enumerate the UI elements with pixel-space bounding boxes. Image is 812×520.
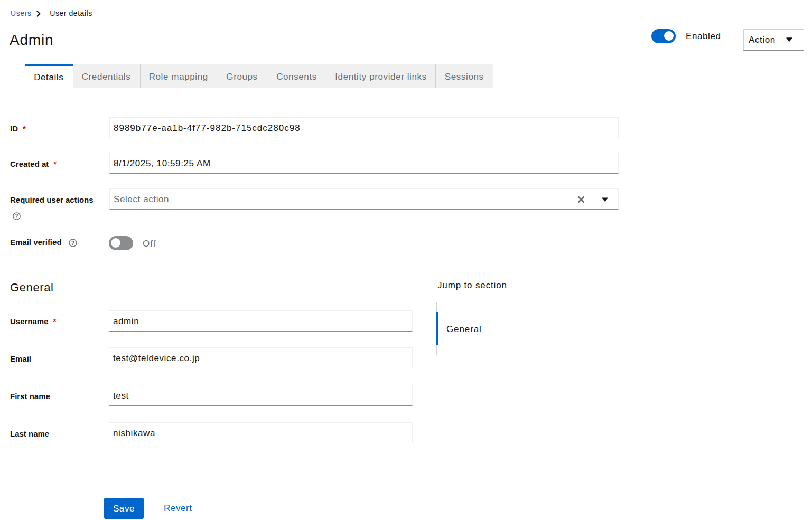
svg-text:?: ? <box>71 240 75 246</box>
svg-text:?: ? <box>15 213 18 219</box>
